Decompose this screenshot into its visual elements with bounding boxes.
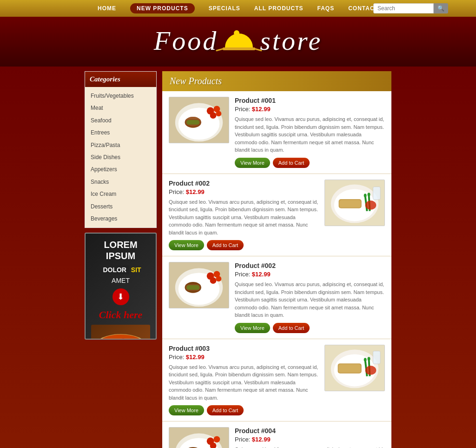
product-item: Product #001 Price: $12.99 Quisque sed l… — [162, 91, 391, 174]
product-004-info: Product #004 Price: $12.99 Quisque sed l… — [235, 427, 385, 448]
svg-rect-28 — [373, 187, 380, 200]
product-002b-price-value: $12.99 — [252, 271, 271, 278]
category-desserts[interactable]: Desserts — [85, 201, 156, 213]
svg-point-57 — [214, 436, 220, 442]
main-wrapper: Categories Fruits/Vegetables Meat Seafoo… — [0, 67, 476, 448]
product-003-view-more[interactable]: View More — [169, 405, 204, 415]
nav-links: HOME NEW PRODUCTS SPECIALS ALL PRODUCTS … — [98, 3, 378, 13]
product-003-buttons: View More Add to Cart — [169, 405, 319, 415]
product-003-price: Price: $12.99 — [169, 354, 319, 361]
product-001-image — [169, 97, 229, 143]
ad-food-image — [91, 325, 150, 340]
product-002a-view-more[interactable]: View More — [169, 240, 204, 250]
category-meat[interactable]: Meat — [85, 102, 156, 114]
product-001-add-to-cart[interactable]: Add to Cart — [273, 158, 310, 168]
svg-point-26 — [368, 193, 370, 196]
product-002a-add-to-cart[interactable]: Add to Cart — [207, 240, 244, 250]
svg-rect-49 — [373, 351, 380, 364]
product-004-image — [169, 427, 229, 448]
svg-rect-43 — [339, 364, 361, 373]
list-item: Snacks — [85, 176, 156, 188]
svg-point-2 — [109, 340, 114, 340]
svg-point-25 — [364, 194, 367, 197]
categories-list: Fruits/Vegetables Meat Seafood Entrees P… — [85, 87, 156, 227]
search-box: 🔍 — [373, 3, 448, 13]
ad-amet: AMET — [112, 277, 130, 284]
category-seafood[interactable]: Seafood — [85, 114, 156, 127]
section-title: New Products — [170, 76, 222, 86]
svg-point-48 — [365, 366, 377, 375]
ad-lorem: LOREM IPSUM — [91, 239, 150, 261]
nav-home[interactable]: HOME — [98, 5, 116, 12]
nav-new-products[interactable]: NEW PRODUCTS — [130, 3, 195, 13]
product-003-price-value: $12.99 — [186, 354, 205, 361]
product-002a-desc: Quisque sed leo. Vivamus arcu purus, adi… — [169, 198, 319, 237]
logo-text-right: store — [260, 25, 322, 56]
svg-point-17 — [216, 111, 221, 116]
list-item: Meat — [85, 102, 156, 114]
ad-sit: SIT — [129, 266, 141, 274]
nav-specials[interactable]: SPECIALS — [209, 5, 240, 12]
product-item: Product #004 Price: $12.99 Quisque sed l… — [162, 421, 391, 448]
product-001-info: Product #001 Price: $12.99 Quisque sed l… — [235, 97, 385, 168]
svg-rect-34 — [186, 285, 199, 290]
product-item: Product #002 Price: $12.99 Quisque sed l… — [162, 256, 391, 339]
product-002b-desc: Quisque sed leo. Vivamus arcu purus, adi… — [235, 281, 385, 319]
sidebar: Categories Fruits/Vegetables Meat Seafoo… — [85, 71, 157, 448]
list-item: Ice Cream — [85, 188, 156, 200]
product-001-price-value: $12.99 — [252, 106, 271, 113]
list-item: Side Dishes — [85, 151, 156, 163]
list-item: Seafood — [85, 114, 156, 127]
main-container: Categories Fruits/Vegetables Meat Seafoo… — [85, 71, 391, 448]
product-002a-price-value: $12.99 — [186, 188, 205, 195]
product-003-image — [324, 345, 385, 391]
product-003-add-to-cart[interactable]: Add to Cart — [207, 405, 244, 415]
category-beverages[interactable]: Beverages — [85, 213, 156, 225]
product-item: Product #003 Price: $12.99 Quisque sed l… — [162, 339, 391, 422]
nav-faqs[interactable]: FAQS — [317, 5, 335, 12]
category-snacks[interactable]: Snacks — [85, 176, 156, 188]
product-001-view-more[interactable]: View More — [235, 158, 270, 168]
search-input[interactable] — [373, 3, 434, 13]
list-item: Entrees — [85, 127, 156, 139]
product-002a-title: Product #002 — [169, 180, 319, 187]
list-item: Fruits/Vegetables — [85, 90, 156, 102]
nav-all-products[interactable]: ALL PRODUCTS — [254, 5, 304, 12]
svg-point-37 — [210, 277, 217, 284]
svg-point-27 — [365, 201, 377, 210]
product-004-title: Product #004 — [235, 427, 385, 435]
category-fruits-veg[interactable]: Fruits/Vegetables — [85, 90, 156, 102]
product-002b-info: Product #002 Price: $12.99 Quisque sed l… — [235, 262, 385, 333]
product-002a-info: Product #002 Price: $12.99 Quisque sed l… — [169, 180, 319, 251]
category-appetizers[interactable]: Appetizers — [85, 163, 156, 175]
ad-click-here[interactable]: Click here — [91, 309, 150, 321]
category-entrees[interactable]: Entrees — [85, 127, 156, 139]
list-item: Desserts — [85, 201, 156, 213]
list-item: Appetizers — [85, 163, 156, 175]
product-002b-add-to-cart[interactable]: Add to Cart — [273, 323, 310, 333]
category-ice-cream[interactable]: Ice Cream — [85, 188, 156, 200]
product-002b-title: Product #002 — [235, 262, 385, 269]
categories-panel: Categories Fruits/Vegetables Meat Seafoo… — [85, 71, 157, 228]
category-pizza-pasta[interactable]: Pizza/Pasta — [85, 139, 156, 151]
product-002b-view-more[interactable]: View More — [235, 323, 270, 333]
ad-arrow-button[interactable]: ⬇ — [112, 288, 129, 305]
product-002a-buttons: View More Add to Cart — [169, 240, 319, 250]
svg-point-38 — [216, 276, 221, 281]
category-side-dishes[interactable]: Side Dishes — [85, 151, 156, 163]
sidebar-ad[interactable]: LOREM IPSUM DOLOR SIT AMET ⬇ Click here — [85, 233, 157, 340]
ad-dolor-line: DOLOR SIT AMET — [91, 263, 150, 285]
product-001-desc: Quisque sed leo. Vivamus arcu purus, adi… — [235, 115, 385, 154]
categories-title: Categories — [85, 72, 156, 87]
product-001-price: Price: $12.99 — [235, 106, 385, 113]
product-002a-image — [324, 180, 385, 226]
logo-text-left: Food — [154, 25, 218, 56]
product-004-price-value: $12.99 — [252, 436, 271, 443]
search-button[interactable]: 🔍 — [434, 3, 448, 13]
product-item: Product #002 Price: $12.99 Quisque sed l… — [162, 174, 391, 257]
svg-rect-22 — [340, 200, 361, 207]
cloche-icon — [223, 30, 255, 51]
product-004-price: Price: $12.99 — [235, 436, 385, 443]
product-003-desc: Quisque sed leo. Vivamus arcu purus, adi… — [169, 363, 319, 402]
svg-point-46 — [364, 358, 367, 361]
